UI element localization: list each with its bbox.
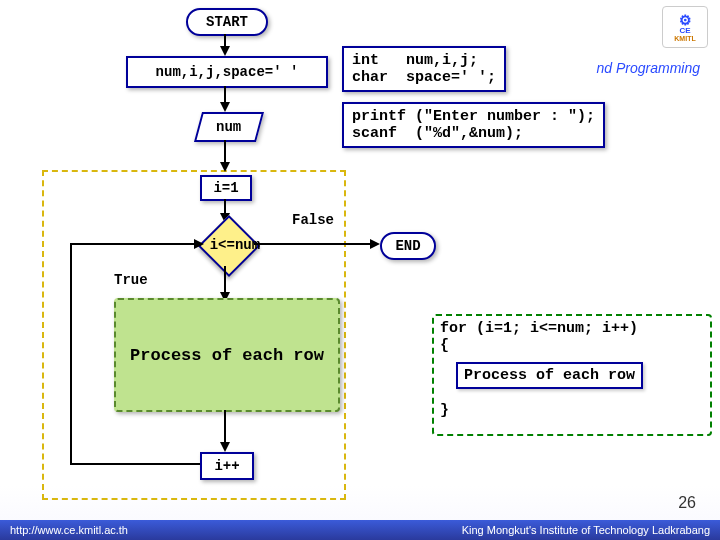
node-process-row: Process of each row [114, 298, 340, 412]
node-init-label: i=1 [213, 180, 238, 196]
slide: ⚙ CE KMITL nd Programming START num,i,j,… [0, 0, 720, 540]
node-process-row-label: Process of each row [130, 346, 324, 365]
node-start: START [186, 8, 268, 36]
arrowhead-down-icon [220, 162, 230, 172]
arrow [70, 463, 200, 465]
code-loop-body: Process of each row [456, 362, 643, 389]
arrow [224, 266, 226, 294]
node-end-label: END [395, 238, 420, 254]
footer-url: http://www.ce.kmitl.ac.th [10, 524, 128, 536]
footer-bar: http://www.ce.kmitl.ac.th King Mongkut's… [0, 520, 720, 540]
node-declare-label: num,i,j,space=' ' [156, 64, 299, 80]
node-input-label: num [216, 119, 241, 135]
arrow [224, 410, 226, 444]
flowchart: START num,i,j,space=' ' num i=1 i<=num F… [0, 0, 720, 540]
code-io: printf ("Enter number : "); scanf ("%d",… [342, 102, 605, 148]
label-true: True [114, 272, 148, 288]
footer-institute: King Mongkut's Institute of Technology L… [462, 524, 710, 536]
node-start-label: START [206, 14, 248, 30]
arrowhead-right-icon [194, 239, 204, 249]
arrowhead-down-icon [220, 46, 230, 56]
label-false: False [292, 212, 334, 228]
arrow [224, 140, 226, 164]
node-decision-label: i<=num [210, 237, 250, 253]
arrow [70, 243, 196, 245]
node-incr-label: i++ [214, 458, 239, 474]
arrowhead-down-icon [220, 102, 230, 112]
code-loop-open: for (i=1; i<=num; i++) { [440, 320, 638, 354]
code-declaration: int num,i,j; char space=' '; [342, 46, 506, 92]
node-declare: num,i,j,space=' ' [126, 56, 328, 88]
node-incr: i++ [200, 452, 254, 480]
page-number: 26 [678, 494, 696, 512]
arrowhead-down-icon [220, 442, 230, 452]
node-end: END [380, 232, 436, 260]
arrow [254, 243, 372, 245]
node-input: num [194, 112, 264, 142]
arrowhead-right-icon [370, 239, 380, 249]
node-init: i=1 [200, 175, 252, 201]
code-loop-close: } [440, 402, 449, 419]
arrow [70, 243, 72, 465]
